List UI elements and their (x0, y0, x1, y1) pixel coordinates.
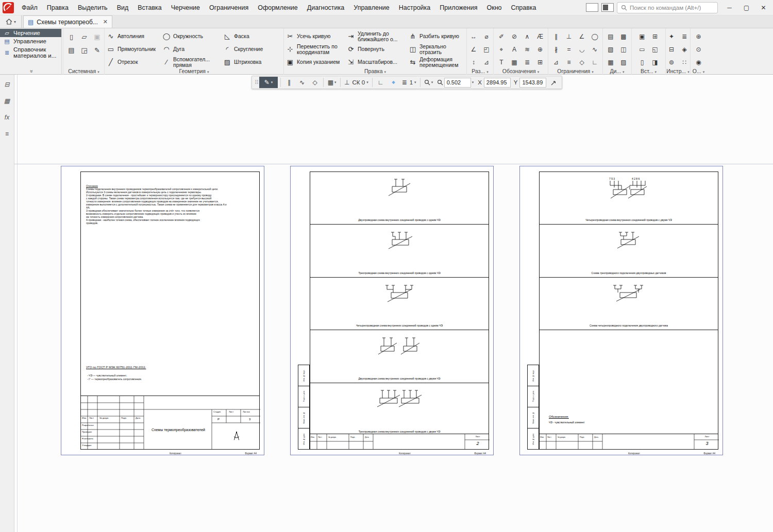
dimension-tool-icon[interactable]: ◰ (480, 43, 493, 56)
designation-tool-icon[interactable]: T (495, 56, 508, 68)
constraint-tool-icon[interactable]: = (563, 43, 575, 56)
x-coordinate-value[interactable]: 2894.95 (484, 78, 511, 88)
diagnostics-tool-icon[interactable]: ▧ (604, 43, 617, 56)
side-tool-icon[interactable]: ≡ (1, 128, 13, 140)
menu-item[interactable]: Вид (112, 4, 133, 11)
instrument-tool-icon[interactable]: ◈ (678, 43, 691, 56)
side-tool-icon[interactable]: ⊟ (1, 79, 13, 90)
workspace-layout-icon[interactable] (586, 3, 598, 12)
system-tool-icon[interactable]: ✎ (91, 43, 104, 57)
menu-item[interactable]: Выделить (73, 4, 112, 11)
ribbon-group-label-diagnostics[interactable]: Ди... (603, 68, 631, 74)
side-tool-icon[interactable]: fx (1, 112, 13, 123)
insert-tool-icon[interactable]: ◨ (649, 56, 661, 68)
constraint-tool-icon[interactable]: ◯ (589, 30, 601, 43)
dimension-tool-icon[interactable]: ⌀ (480, 30, 493, 43)
snap-parallel-icon[interactable]: ∥ (283, 77, 295, 88)
dimension-tool-icon[interactable]: ↕ (467, 56, 480, 68)
insert-tool-icon[interactable]: ▯ (636, 56, 648, 68)
ribbon-tool-button[interactable]: ◫ Зеркально отразить (407, 43, 466, 56)
ribbon-group-label-constraints[interactable]: Ограничения (548, 68, 602, 74)
system-tool-icon[interactable]: ▣ (91, 30, 104, 43)
zoom-control[interactable]: 0.502 ▾ (436, 77, 475, 88)
diagnostics-tool-icon[interactable]: ▨ (617, 56, 630, 68)
designation-tool-icon[interactable]: ≋ (521, 43, 533, 56)
ribbon-group-label-edit[interactable]: Правка (284, 68, 466, 74)
ribbon-tool-button[interactable]: ⋔ Разбить кривую (407, 30, 466, 43)
panels-layout-icon[interactable] (601, 3, 614, 12)
workspace-mode-button[interactable]: ▱ Черчение (0, 29, 61, 37)
system-tool-icon[interactable]: ▱ (78, 30, 91, 43)
dimension-tool-icon[interactable]: ∠ (467, 43, 480, 56)
menu-item[interactable]: Ограничения (205, 4, 253, 11)
tab-close-icon[interactable]: ✕ (103, 19, 108, 25)
dimension-tool-icon[interactable]: ⊿ (480, 56, 493, 68)
y-coordinate-value[interactable]: 1543.89 (519, 78, 546, 88)
menu-item[interactable]: Правка (42, 4, 73, 11)
ribbon-group-label-designations[interactable]: Обозначения (494, 68, 548, 74)
eyedropper-icon[interactable] (548, 77, 559, 88)
snap-curve-icon[interactable]: ∿ (296, 77, 308, 88)
zoom-value[interactable]: 0.502 (444, 78, 471, 88)
constraint-tool-icon[interactable]: ⊥ (563, 30, 575, 43)
designation-tool-icon[interactable]: Æ (534, 30, 546, 43)
menu-item[interactable]: Настройка (394, 4, 435, 11)
constraint-tool-icon[interactable]: ∠ (576, 30, 588, 43)
snap-point-icon[interactable]: ◇ (309, 77, 321, 88)
instrument-tool-icon[interactable]: ≣ (678, 30, 691, 43)
menu-item[interactable]: Диагностика (303, 4, 349, 11)
insert-tool-icon[interactable]: ▣ (636, 30, 648, 43)
ribbon-tool-button[interactable]: ▭ Прямоугольник (105, 43, 160, 56)
close-button[interactable]: ✕ (755, 1, 772, 14)
other-tool-icon[interactable]: ◉ (693, 56, 705, 68)
ortho-mode-icon[interactable]: ∟ (375, 77, 386, 88)
drag-handle-icon[interactable]: ⠿ (255, 79, 258, 86)
zoom-area-button[interactable]: ▾ (423, 77, 434, 88)
ribbon-group-label-other[interactable]: О... (691, 68, 707, 74)
designation-tool-icon[interactable]: ▦ (508, 56, 520, 68)
insert-tool-icon[interactable]: ◱ (649, 43, 661, 56)
other-tool-icon[interactable]: ⊙ (693, 43, 705, 56)
snap-active-icon[interactable]: ⌖ (388, 77, 399, 88)
diagnostics-tool-icon[interactable]: ▦ (604, 56, 617, 68)
draw-style-button[interactable]: ✎▾ (259, 77, 278, 88)
other-tool-icon[interactable]: ⊕ (693, 30, 705, 43)
designation-tool-icon[interactable]: ≣ (521, 56, 533, 68)
constraint-tool-icon[interactable]: ⊿ (550, 56, 562, 68)
diagnostics-tool-icon[interactable]: ◫ (617, 43, 630, 56)
instrument-tool-icon[interactable]: ∷ (678, 56, 691, 68)
diagnostics-tool-icon[interactable]: ▤ (604, 30, 617, 43)
layer-button[interactable]: ≣ 1 ▾ (401, 77, 417, 88)
menu-item[interactable]: Файл (17, 4, 42, 11)
constraint-tool-icon[interactable]: ∿ (589, 43, 601, 56)
ribbon-tool-button[interactable]: ⇲ Масштабиров... (345, 56, 407, 68)
ribbon-tool-button[interactable]: ▣ Копия указанием (284, 56, 345, 68)
constraint-tool-icon[interactable]: ∟ (589, 56, 601, 68)
ribbon-group-label-system[interactable]: Системная (63, 68, 104, 74)
ribbon-tool-button[interactable]: ╱ Отрезок (105, 56, 160, 68)
grid-toggle-button[interactable]: ▦▾ (326, 77, 338, 88)
designation-tool-icon[interactable]: A (508, 43, 520, 56)
ribbon-tool-button[interactable]: ◠ Дуга (160, 43, 221, 56)
dimension-tool-icon[interactable]: ↔ (467, 30, 480, 43)
drawing-canvas[interactable]: ⠿ ✎▾ ∥ ∿ ◇ ▦▾ ⊥ СК 0 ▾ ∟ ⌖ ≣ 1 ▾ ▾ 0.5 (14, 75, 773, 532)
designation-tool-icon[interactable]: ⊘ (508, 30, 520, 43)
ribbon-tool-button[interactable]: ◜ Скругление (221, 43, 281, 56)
instrument-tool-icon[interactable]: ⊚ (665, 56, 678, 68)
constraint-tool-icon[interactable]: ◡ (576, 43, 588, 56)
designation-tool-icon[interactable]: ∧ (521, 30, 533, 43)
menu-item[interactable]: Приложения (435, 4, 482, 11)
ribbon-tool-button[interactable]: ✂ Усечь кривую (284, 30, 345, 43)
designation-tool-icon[interactable]: ⌖ (495, 43, 508, 56)
ribbon-group-label-insert[interactable]: Вст... (632, 68, 665, 74)
system-tool-icon[interactable]: ▤ (65, 43, 78, 57)
document-tab[interactable]: ▤ Схемы термопреоб... ✕ (23, 15, 112, 28)
instrument-tool-icon[interactable]: ✦ (665, 30, 678, 43)
ribbon-group-label-geometry[interactable]: Геометрия (105, 68, 283, 74)
home-tab-arrow-icon[interactable]: ▾ (14, 20, 16, 24)
coordinate-system-button[interactable]: ⊥ СК 0 ▾ (343, 77, 369, 88)
ribbon-tool-button[interactable]: ⇥ Удлинить до ближайшего о... (345, 30, 407, 43)
menu-item[interactable]: Вставка (133, 4, 166, 11)
designation-tool-icon[interactable]: ⊞ (534, 56, 546, 68)
ribbon-group-label-dimensions[interactable]: Раз... (467, 68, 493, 74)
